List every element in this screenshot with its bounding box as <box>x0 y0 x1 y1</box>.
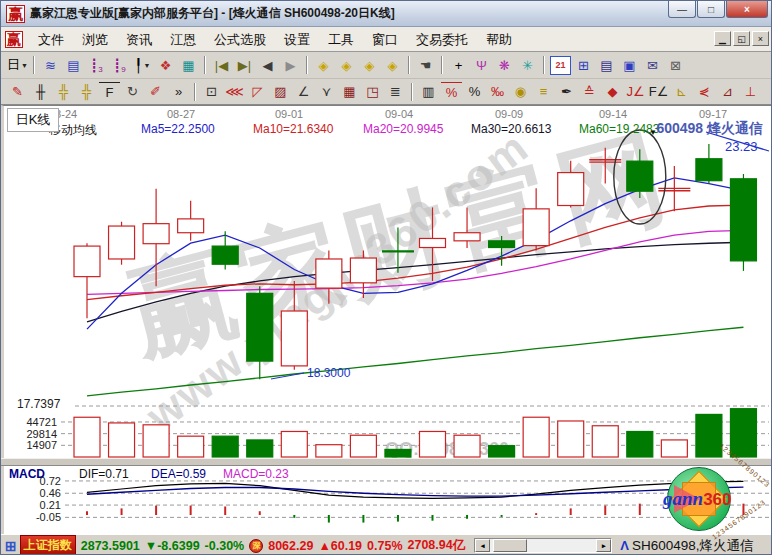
menu-news[interactable]: 资讯 <box>117 30 161 49</box>
mail-icon[interactable]: ✉ <box>642 56 663 75</box>
menu-help[interactable]: 帮助 <box>477 30 521 49</box>
kline-period-select[interactable]: 日▼ <box>7 56 28 75</box>
gann-fan-icon[interactable]: ⋘ <box>224 82 245 101</box>
ma-label: Ma60=19.2483 <box>579 122 659 136</box>
gann-hexagon-icon[interactable]: ◈ <box>336 56 357 75</box>
parallel-lines-icon[interactable]: ≣ <box>385 82 406 101</box>
scroll-right-icon[interactable]: ▸ <box>596 539 611 552</box>
gann-circle-icon[interactable]: ◈ <box>382 56 403 75</box>
window-title: 赢家江恩专业版[赢家内部服务平台] - [烽火通信 SH600498-20日K线… <box>30 5 395 22</box>
draw-pen-icon[interactable]: ✎ <box>7 82 28 101</box>
menu-formula-stock-pick[interactable]: 公式选股 <box>205 30 275 49</box>
mdi-minimize-button[interactable]: ▁ <box>714 31 731 46</box>
x-axis-label: 09-17 <box>699 108 727 120</box>
minute-3-chart-icon[interactable]: ┋3 <box>86 56 107 75</box>
wave-channel-icon[interactable]: ≙ <box>579 82 600 101</box>
mdi-close-button[interactable]: × <box>752 31 769 46</box>
app-logo-icon: 赢 <box>6 5 25 23</box>
quote-board-icon[interactable]: ▤ <box>63 56 84 75</box>
angle-retrace-icon[interactable]: ⋞ <box>694 82 715 101</box>
pattern-view-icon[interactable]: ❖ <box>155 56 176 75</box>
scroll-left-icon[interactable]: ◂ <box>475 539 490 552</box>
spiral-icon[interactable]: ↻ <box>122 82 143 101</box>
fan-box-icon[interactable]: ◸ <box>247 82 268 101</box>
ma-label: Ma20=20.9945 <box>363 122 443 136</box>
gann360-logo: 1234567890123 1234567890123 gann360 <box>657 464 767 533</box>
measure-pen-icon[interactable]: ✐ <box>145 82 166 101</box>
more-tools-button[interactable]: » <box>168 82 189 101</box>
next-page-button[interactable]: ▶ <box>280 56 301 75</box>
toolbar-separator <box>194 83 196 101</box>
mark-flower-icon[interactable]: ❋ <box>494 56 515 75</box>
angle-gold-icon[interactable]: ⊾ <box>671 82 692 101</box>
menu-settings[interactable]: 设置 <box>275 30 319 49</box>
zigzag-overlay-icon[interactable]: ≋ <box>40 56 61 75</box>
gold-lines-icon[interactable]: ≡ <box>533 82 554 101</box>
sz-index-pct: 0.75% <box>367 539 402 553</box>
menu-file[interactable]: 文件 <box>29 30 73 49</box>
notebook-icon[interactable]: ▤ <box>596 56 617 75</box>
minute-9-chart-icon[interactable]: ┋9 <box>109 56 130 75</box>
menu-trade-entrust[interactable]: 交易委托 <box>407 30 477 49</box>
grid-ruler-icon[interactable]: ╫ <box>30 82 51 101</box>
shanghai-index-badge[interactable]: 上证指数 <box>20 535 76 555</box>
x-axis-label: 09-01 <box>275 108 303 120</box>
angle-four-icon[interactable]: ⊥ <box>740 82 761 101</box>
drawing-toolbar: ✎╫╬╬F↻✐»⊡⋘◸▨∠⋎▦◳≣▥%%‰◉≡✒≙◆J∠F∠⊾⋞⊿⊥ <box>1 79 772 105</box>
percent-icon[interactable]: % <box>464 82 485 101</box>
gann-wheel-icon[interactable]: ◈ <box>359 56 380 75</box>
angle-j-icon[interactable]: J∠ <box>625 82 646 101</box>
macd-scale-label: -0.05 <box>9 511 61 523</box>
box-grid-icon[interactable]: ⊡ <box>201 82 222 101</box>
menu-tools[interactable]: 工具 <box>319 30 363 49</box>
calculator-icon[interactable]: ⊞ <box>573 56 594 75</box>
crosshair-icon[interactable]: + <box>448 56 469 75</box>
toolbar-separator <box>306 56 308 74</box>
bar-stats-icon[interactable]: ▥ <box>418 82 439 101</box>
gold-band-icon[interactable]: ◆ <box>602 82 623 101</box>
gold-grid-icon[interactable]: ╬ <box>53 82 74 101</box>
angle-f-icon[interactable]: F∠ <box>648 82 669 101</box>
scrollbar-track[interactable] <box>527 539 596 552</box>
dense-grid-icon[interactable]: ▦ <box>339 82 360 101</box>
grid-arrow-icon[interactable]: ◳ <box>362 82 383 101</box>
menu-browse[interactable]: 浏览 <box>73 30 117 49</box>
kline-pane-tab[interactable]: 日K线 <box>7 108 59 132</box>
minimize-button[interactable]: — <box>668 1 696 18</box>
ray-box-icon[interactable]: ▨ <box>270 82 291 101</box>
sh-index-pct: -0.30% <box>205 539 245 553</box>
shenzhen-index-icon[interactable]: 深 <box>249 539 263 553</box>
flag-pen-icon[interactable]: ✒ <box>556 82 577 101</box>
print-icon[interactable]: ⊠ <box>665 56 686 75</box>
maximize-button[interactable]: □ <box>697 1 725 18</box>
menu-gann[interactable]: 江恩 <box>161 30 205 49</box>
permille-icon[interactable]: ‰ <box>487 82 508 101</box>
range-stats-icon[interactable]: Ψ <box>471 56 492 75</box>
last-page-button[interactable]: ▶| <box>234 56 255 75</box>
calendar-icon[interactable]: 21 <box>550 56 571 75</box>
save-icon[interactable]: ▣ <box>619 56 640 75</box>
x-axis-label: 08-27 <box>167 108 195 120</box>
angle-line-icon[interactable]: ∠ <box>293 82 314 101</box>
close-button[interactable]: × <box>726 1 768 18</box>
first-page-button[interactable]: |◀ <box>211 56 232 75</box>
candle-style-select[interactable]: ╿▼ <box>132 56 153 75</box>
history-scrollbar[interactable]: ◂ ▸ <box>474 538 612 553</box>
scrollbar-thumb[interactable] <box>493 539 527 552</box>
gann-logo-text: gann <box>663 488 703 509</box>
gold-section-icon[interactable]: ╬ <box>76 82 97 101</box>
prev-page-button[interactable]: ◀ <box>257 56 278 75</box>
gann-square-icon[interactable]: ◈ <box>313 56 334 75</box>
percent-line-icon[interactable]: % <box>441 82 462 101</box>
angle-box-icon[interactable]: ⊿ <box>717 82 738 101</box>
mind-map-icon[interactable]: ✳ <box>517 56 538 75</box>
wave-line-icon[interactable]: ⋎ <box>316 82 337 101</box>
mdi-restore-button[interactable]: ◱ <box>733 31 750 46</box>
color-chart-icon[interactable]: ▦ <box>178 56 199 75</box>
fib-grid-icon[interactable]: F <box>99 82 120 101</box>
macd-scale-label: 0.21 <box>9 499 61 511</box>
pan-hand-icon[interactable]: ☚ <box>415 56 436 75</box>
quote-grid-icon[interactable]: ⊞ <box>5 538 17 554</box>
gold-coin-icon[interactable]: ◉ <box>510 82 531 101</box>
menu-window[interactable]: 窗口 <box>363 30 407 49</box>
